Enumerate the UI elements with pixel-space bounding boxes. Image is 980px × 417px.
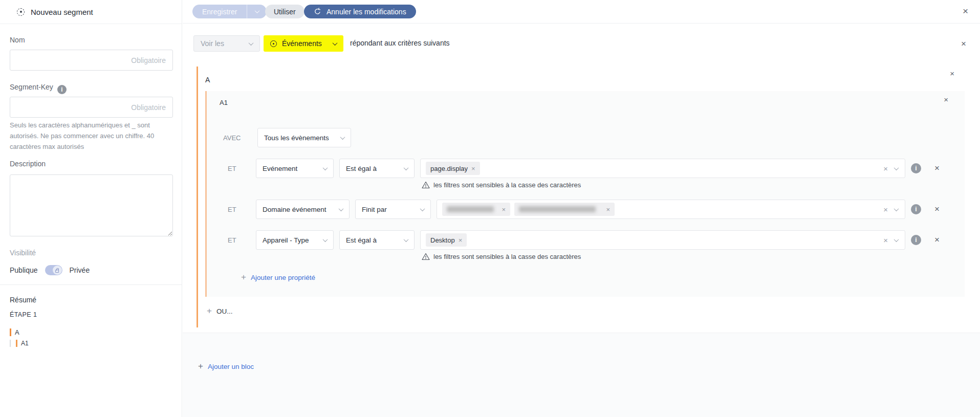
segment-editor-main: Enregistrer Utiliser Annuler les modific… <box>183 0 980 417</box>
chevron-down-icon <box>404 237 409 242</box>
view-scope-dropdown[interactable]: Voir les <box>193 35 260 52</box>
case-sensitive-warning: les filtres sont sensibles à la casse de… <box>422 253 581 260</box>
delete-block-a1-icon[interactable]: × <box>944 96 948 103</box>
editor-toolbar: Enregistrer Utiliser Annuler les modific… <box>183 0 980 24</box>
chevron-down-icon[interactable] <box>894 206 899 211</box>
name-label: Nom <box>10 36 25 44</box>
add-block-button[interactable]: + Ajouter un bloc <box>198 361 254 371</box>
remove-tag-icon[interactable]: × <box>606 206 610 213</box>
segment-key-input[interactable] <box>10 97 173 118</box>
visibility-private-label: Privée <box>70 266 90 274</box>
event-scope-dropdown[interactable]: Tous les évènements <box>257 128 351 147</box>
visibility-label: Visibilité <box>10 249 36 257</box>
value-tag-input[interactable]: × × × <box>437 200 905 219</box>
segment-block-a: A × A1 × AVEC Tous les évènements ET Evé… <box>197 67 965 327</box>
add-or-label: OU... <box>216 308 233 315</box>
summary-tree-item-a[interactable]: A <box>10 328 19 336</box>
chevron-down-icon <box>333 40 338 46</box>
condition-row-3: ET Appareil - Type Est égal à Desktop × … <box>207 230 965 250</box>
chevron-down-icon <box>249 40 254 46</box>
lock-icon <box>55 270 59 273</box>
with-connector-label: AVEC <box>223 134 241 142</box>
segment-block-a1: A1 × AVEC Tous les évènements ET Evéneme… <box>205 91 965 297</box>
criteria-header-bar: Voir les Événements répondant aux critèr… <box>183 35 980 52</box>
chevron-down-icon <box>420 206 425 211</box>
value-tag-input[interactable]: page.display × × <box>420 159 905 178</box>
close-criteria-icon[interactable]: × <box>961 39 966 48</box>
undo-icon <box>314 8 321 15</box>
info-icon[interactable]: i <box>911 163 921 173</box>
cancel-changes-button[interactable]: Annuler les modifications <box>304 5 416 18</box>
chevron-down-icon <box>340 135 345 140</box>
segment-key-help-text: Seuls les caractères alphanumériques et … <box>10 120 175 152</box>
delete-condition-icon[interactable]: × <box>934 164 940 172</box>
event-circle-icon <box>270 40 277 47</box>
use-button[interactable]: Utiliser <box>265 5 304 18</box>
block-a-label: A <box>205 76 210 84</box>
toggle-knob <box>53 266 62 275</box>
value-tag-redacted: × <box>514 203 615 216</box>
clear-field-icon[interactable]: × <box>883 165 888 172</box>
cancel-changes-label: Annuler les modifications <box>326 8 406 16</box>
warning-triangle-icon <box>422 253 430 260</box>
page-title: Nouveau segment <box>31 8 93 16</box>
sidebar-header: Nouveau segment <box>0 0 182 24</box>
value-tag: Desktop × <box>426 233 467 247</box>
save-button[interactable]: Enregistrer <box>192 5 267 18</box>
add-block-label: Ajouter un bloc <box>208 363 254 370</box>
case-sensitive-warning: les filtres sont sensibles à la casse de… <box>422 181 581 189</box>
criteria-suffix-text: répondant aux critères suivants <box>350 39 450 47</box>
grey-bar <box>10 340 11 347</box>
entity-type-dropdown[interactable]: Événements <box>264 35 343 52</box>
add-or-button[interactable]: + OU... <box>207 306 232 316</box>
summary-tree-item-a1[interactable]: A1 <box>10 340 29 347</box>
save-dropdown-button[interactable] <box>247 5 267 18</box>
operator-dropdown[interactable]: Est égal à <box>339 159 415 178</box>
delete-condition-icon[interactable]: × <box>934 205 940 213</box>
visibility-row: Publique Privée <box>10 265 90 275</box>
value-tag-redacted: × <box>442 203 510 216</box>
and-connector-label: ET <box>228 236 236 244</box>
name-input[interactable] <box>10 50 173 71</box>
segment-target-icon <box>17 8 25 16</box>
warning-triangle-icon <box>422 181 430 189</box>
operator-dropdown[interactable]: Finit par <box>355 200 431 219</box>
info-icon[interactable]: i <box>911 204 921 214</box>
property-dropdown[interactable]: Evénement <box>256 159 334 178</box>
chevron-down-icon[interactable] <box>894 237 899 242</box>
info-icon[interactable]: i <box>911 235 921 245</box>
condition-row-1: ET Evénement Est égal à page.display × × <box>207 159 965 178</box>
save-button-label[interactable]: Enregistrer <box>192 5 247 18</box>
remove-tag-icon[interactable]: × <box>459 236 463 244</box>
chevron-down-icon <box>339 206 344 211</box>
chevron-down-icon <box>255 8 260 13</box>
chevron-down-icon <box>323 237 328 242</box>
and-connector-label: ET <box>228 165 236 172</box>
segment-key-label: Segment-Keyi <box>10 83 67 94</box>
visibility-public-label: Publique <box>10 266 38 274</box>
value-tag: page.display × <box>426 162 480 175</box>
operator-dropdown[interactable]: Est égal à <box>339 230 415 250</box>
orange-bar <box>10 328 11 336</box>
redacted-value <box>519 206 596 212</box>
chevron-down-icon[interactable] <box>894 165 899 170</box>
value-tag-input[interactable]: Desktop × × <box>420 230 905 250</box>
remove-tag-icon[interactable]: × <box>502 206 506 213</box>
remove-tag-icon[interactable]: × <box>471 165 475 172</box>
description-textarea[interactable] <box>10 174 173 236</box>
clear-field-icon[interactable]: × <box>883 236 888 244</box>
clear-field-icon[interactable]: × <box>883 206 888 213</box>
property-dropdown[interactable]: Domaine événement <box>256 200 350 219</box>
condition-row-2: ET Domaine événement Finit par × <box>207 200 965 219</box>
close-panel-icon[interactable]: × <box>963 6 968 16</box>
delete-block-a-icon[interactable]: × <box>950 70 954 77</box>
step-label: ÉTAPE 1 <box>10 311 37 318</box>
add-property-button[interactable]: + Ajouter une propriété <box>241 272 315 282</box>
block-a1-label: A1 <box>220 99 228 106</box>
visibility-toggle[interactable] <box>45 265 62 275</box>
summary-label: Résumé <box>10 296 36 304</box>
delete-condition-icon[interactable]: × <box>934 235 940 244</box>
plus-icon: + <box>198 361 203 371</box>
segment-key-info-icon[interactable]: i <box>57 85 67 94</box>
property-dropdown[interactable]: Appareil - Type <box>256 230 334 250</box>
